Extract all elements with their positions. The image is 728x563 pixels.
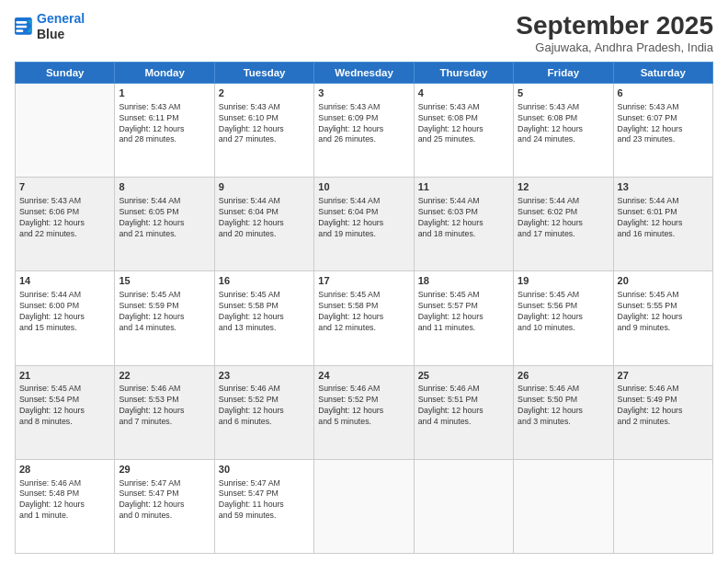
day-info: Sunrise: 5:43 AM Sunset: 6:08 PM Dayligh… (418, 102, 509, 146)
calendar-cell (16, 84, 115, 178)
day-number: 4 (418, 86, 509, 100)
day-number: 14 (19, 274, 110, 288)
day-number: 15 (119, 274, 210, 288)
day-number: 13 (618, 180, 709, 194)
location: Gajuwaka, Andhra Pradesh, India (516, 40, 713, 54)
calendar-cell: 10Sunrise: 5:44 AM Sunset: 6:04 PM Dayli… (314, 178, 414, 271)
calendar-cell: 19Sunrise: 5:45 AM Sunset: 5:56 PM Dayli… (514, 271, 613, 365)
calendar-week-row: 28Sunrise: 5:46 AM Sunset: 5:48 PM Dayli… (16, 459, 713, 553)
day-number: 11 (418, 180, 509, 194)
calendar-cell: 25Sunrise: 5:46 AM Sunset: 5:51 PM Dayli… (414, 365, 513, 459)
day-info: Sunrise: 5:43 AM Sunset: 6:06 PM Dayligh… (19, 196, 110, 240)
day-number: 12 (518, 180, 609, 194)
calendar-body: 1Sunrise: 5:43 AM Sunset: 6:11 PM Daylig… (16, 84, 713, 554)
day-info: Sunrise: 5:45 AM Sunset: 5:56 PM Dayligh… (518, 290, 609, 334)
calendar-cell: 24Sunrise: 5:46 AM Sunset: 5:52 PM Dayli… (314, 365, 414, 459)
calendar-cell: 6Sunrise: 5:43 AM Sunset: 6:07 PM Daylig… (613, 84, 712, 178)
calendar-week-row: 21Sunrise: 5:45 AM Sunset: 5:54 PM Dayli… (16, 365, 713, 459)
day-number: 10 (318, 180, 409, 194)
calendar-cell: 22Sunrise: 5:46 AM Sunset: 5:53 PM Dayli… (115, 365, 214, 459)
day-info: Sunrise: 5:45 AM Sunset: 5:54 PM Dayligh… (19, 384, 110, 428)
calendar-cell: 5Sunrise: 5:43 AM Sunset: 6:08 PM Daylig… (514, 84, 613, 178)
day-number: 5 (518, 86, 609, 100)
logo: General Blue (15, 11, 85, 42)
day-info: Sunrise: 5:45 AM Sunset: 5:58 PM Dayligh… (219, 290, 310, 334)
calendar-cell (414, 459, 513, 553)
day-info: Sunrise: 5:47 AM Sunset: 5:47 PM Dayligh… (119, 478, 210, 523)
calendar-cell: 4Sunrise: 5:43 AM Sunset: 6:08 PM Daylig… (414, 84, 513, 178)
logo-icon (15, 17, 33, 36)
day-info: Sunrise: 5:45 AM Sunset: 5:59 PM Dayligh… (119, 290, 210, 334)
day-number: 16 (219, 274, 310, 288)
day-info: Sunrise: 5:43 AM Sunset: 6:07 PM Dayligh… (618, 102, 709, 146)
header-thursday: Thursday (414, 63, 513, 84)
day-info: Sunrise: 5:45 AM Sunset: 5:55 PM Dayligh… (618, 290, 709, 334)
day-info: Sunrise: 5:46 AM Sunset: 5:52 PM Dayligh… (318, 384, 409, 428)
page: General Blue September 2025 Gajuwaka, An… (0, 0, 728, 563)
day-info: Sunrise: 5:43 AM Sunset: 6:10 PM Dayligh… (219, 102, 310, 146)
day-info: Sunrise: 5:44 AM Sunset: 6:02 PM Dayligh… (518, 196, 609, 240)
day-info: Sunrise: 5:46 AM Sunset: 5:53 PM Dayligh… (119, 384, 210, 428)
calendar-cell: 1Sunrise: 5:43 AM Sunset: 6:11 PM Daylig… (115, 84, 214, 178)
header-monday: Monday (115, 63, 214, 84)
calendar-cell: 21Sunrise: 5:45 AM Sunset: 5:54 PM Dayli… (16, 365, 115, 459)
calendar-cell: 30Sunrise: 5:47 AM Sunset: 5:47 PM Dayli… (214, 459, 313, 553)
calendar-cell: 27Sunrise: 5:46 AM Sunset: 5:49 PM Dayli… (613, 365, 712, 459)
day-info: Sunrise: 5:44 AM Sunset: 6:03 PM Dayligh… (418, 196, 509, 240)
day-info: Sunrise: 5:43 AM Sunset: 6:11 PM Dayligh… (119, 102, 210, 146)
svg-rect-4 (16, 29, 23, 32)
day-info: Sunrise: 5:43 AM Sunset: 6:08 PM Dayligh… (518, 102, 609, 146)
calendar-cell: 28Sunrise: 5:46 AM Sunset: 5:48 PM Dayli… (16, 459, 115, 553)
day-info: Sunrise: 5:44 AM Sunset: 6:00 PM Dayligh… (19, 290, 110, 334)
header: General Blue September 2025 Gajuwaka, An… (15, 11, 713, 54)
day-info: Sunrise: 5:44 AM Sunset: 6:04 PM Dayligh… (219, 196, 310, 240)
calendar-cell: 20Sunrise: 5:45 AM Sunset: 5:55 PM Dayli… (613, 271, 712, 365)
header-sunday: Sunday (16, 63, 115, 84)
day-number: 2 (219, 86, 310, 100)
logo-line1: General (37, 11, 85, 26)
day-info: Sunrise: 5:43 AM Sunset: 6:09 PM Dayligh… (318, 102, 409, 146)
calendar-cell: 18Sunrise: 5:45 AM Sunset: 5:57 PM Dayli… (414, 271, 513, 365)
day-info: Sunrise: 5:44 AM Sunset: 6:01 PM Dayligh… (618, 196, 709, 240)
day-number: 1 (119, 86, 210, 100)
day-info: Sunrise: 5:46 AM Sunset: 5:50 PM Dayligh… (518, 384, 609, 428)
day-info: Sunrise: 5:45 AM Sunset: 5:58 PM Dayligh… (318, 290, 409, 334)
calendar-week-row: 14Sunrise: 5:44 AM Sunset: 6:00 PM Dayli… (16, 271, 713, 365)
calendar-cell (314, 459, 414, 553)
calendar-week-row: 1Sunrise: 5:43 AM Sunset: 6:11 PM Daylig… (16, 84, 713, 178)
day-number: 8 (119, 180, 210, 194)
day-info: Sunrise: 5:46 AM Sunset: 5:49 PM Dayligh… (618, 384, 709, 428)
day-info: Sunrise: 5:46 AM Sunset: 5:48 PM Dayligh… (19, 478, 110, 523)
calendar-cell (613, 459, 712, 553)
day-number: 22 (119, 369, 210, 383)
header-tuesday: Tuesday (214, 63, 313, 84)
day-number: 29 (119, 463, 210, 477)
weekday-header-row: Sunday Monday Tuesday Wednesday Thursday… (16, 63, 713, 84)
day-number: 21 (19, 369, 110, 383)
day-number: 27 (618, 369, 709, 383)
header-friday: Friday (514, 63, 613, 84)
day-info: Sunrise: 5:46 AM Sunset: 5:51 PM Dayligh… (418, 384, 509, 428)
day-number: 24 (318, 369, 409, 383)
calendar-cell: 26Sunrise: 5:46 AM Sunset: 5:50 PM Dayli… (514, 365, 613, 459)
day-info: Sunrise: 5:44 AM Sunset: 6:05 PM Dayligh… (119, 196, 210, 240)
calendar-cell: 3Sunrise: 5:43 AM Sunset: 6:09 PM Daylig… (314, 84, 414, 178)
header-saturday: Saturday (613, 63, 712, 84)
day-number: 17 (318, 274, 409, 288)
day-number: 6 (618, 86, 709, 100)
calendar-cell (514, 459, 613, 553)
day-number: 23 (219, 369, 310, 383)
day-number: 28 (19, 463, 110, 477)
day-number: 18 (418, 274, 509, 288)
calendar-cell: 16Sunrise: 5:45 AM Sunset: 5:58 PM Dayli… (214, 271, 313, 365)
calendar-cell: 17Sunrise: 5:45 AM Sunset: 5:58 PM Dayli… (314, 271, 414, 365)
calendar-cell: 13Sunrise: 5:44 AM Sunset: 6:01 PM Dayli… (613, 178, 712, 271)
day-info: Sunrise: 5:44 AM Sunset: 6:04 PM Dayligh… (318, 196, 409, 240)
calendar-table: Sunday Monday Tuesday Wednesday Thursday… (15, 62, 713, 554)
svg-rect-2 (16, 21, 27, 24)
calendar-cell: 14Sunrise: 5:44 AM Sunset: 6:00 PM Dayli… (16, 271, 115, 365)
title-block: September 2025 Gajuwaka, Andhra Pradesh,… (516, 11, 713, 54)
header-wednesday: Wednesday (314, 63, 414, 84)
day-info: Sunrise: 5:47 AM Sunset: 5:47 PM Dayligh… (219, 478, 310, 523)
calendar-cell: 15Sunrise: 5:45 AM Sunset: 5:59 PM Dayli… (115, 271, 214, 365)
